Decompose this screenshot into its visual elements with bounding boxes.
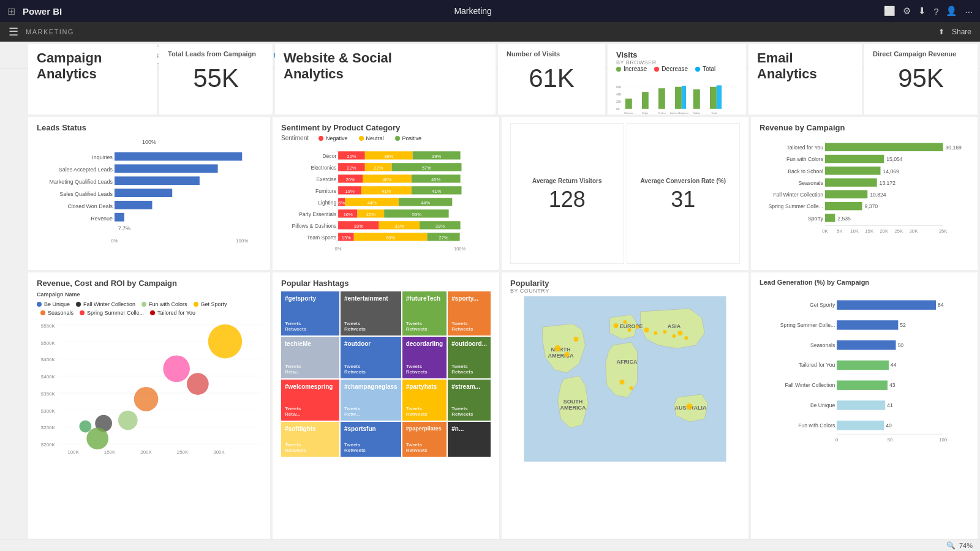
user-icon[interactable]: 👤 — [946, 6, 957, 17]
svg-text:Internet Explorer: Internet Explorer — [670, 111, 690, 114]
svg-text:0%: 0% — [111, 238, 118, 244]
svg-text:0: 0 — [835, 437, 838, 443]
hashtag-futuretech[interactable]: #futureTech TweetsRetweets — [402, 291, 447, 335]
svg-rect-24 — [115, 152, 242, 161]
svg-text:7.7%: 7.7% — [118, 225, 130, 231]
svg-text:22%: 22% — [366, 212, 375, 217]
settings-icon[interactable]: ⚙ — [903, 6, 911, 17]
website-social-card: Website & Social Analytics — [275, 44, 496, 114]
svg-text:Total: Total — [711, 111, 717, 114]
leads-status-title: Leads Status — [37, 123, 262, 132]
hashtag-entertainment[interactable]: #entertainment TweetsRetweets — [341, 291, 401, 335]
direct-campaign-value: 95K — [873, 64, 969, 93]
svg-text:40%: 40% — [431, 177, 440, 182]
svg-text:35K: 35K — [939, 228, 948, 234]
grid-icon[interactable]: ⊞ — [7, 6, 15, 17]
svg-text:50: 50 — [888, 437, 893, 443]
svg-text:Get Sporty: Get Sporty — [810, 302, 835, 308]
svg-text:$450K: $450K — [41, 357, 56, 362]
row-2: Leads Status 100% Inquiries Sales Accept… — [28, 117, 978, 270]
total-leads-value: 55K — [168, 64, 264, 93]
svg-text:22%: 22% — [374, 165, 383, 171]
svg-text:Tailored for You: Tailored for You — [786, 144, 823, 151]
hashtag-sporty[interactable]: #sporty... TweetsRetweets — [448, 291, 491, 335]
svg-text:41%: 41% — [432, 189, 441, 194]
svg-text:Spring Summer Colle...: Spring Summer Colle... — [780, 322, 835, 328]
svg-rect-17 — [693, 89, 700, 109]
sentiment-card: Sentiment by Product Category Sentiment … — [273, 117, 499, 270]
svg-rect-182 — [837, 300, 936, 309]
svg-text:AMERICA: AMERICA — [548, 353, 574, 359]
svg-text:100%: 100% — [142, 139, 156, 145]
hashtag-partyhats[interactable]: #partyhats TweetsRetweets — [402, 380, 447, 421]
svg-text:0K: 0K — [822, 228, 828, 234]
svg-text:Fun with Colors: Fun with Colors — [798, 422, 835, 429]
svg-point-154 — [86, 427, 108, 449]
hashtag-stream[interactable]: #stream... TweetsRetweets — [448, 380, 491, 421]
svg-point-177 — [685, 336, 688, 340]
hashtag-getsporty[interactable]: #getsporty TweetsRetweets — [281, 291, 339, 335]
svg-text:Electronics: Electronics — [311, 165, 336, 171]
help-icon[interactable]: ? — [933, 6, 938, 17]
menu-icon[interactable]: ☰ — [9, 25, 18, 39]
svg-text:2,535: 2,535 — [837, 216, 851, 222]
svg-text:44: 44 — [891, 362, 897, 368]
hashtag-softlights[interactable]: #softlights TweetsRetweets — [281, 422, 339, 457]
svg-rect-194 — [837, 380, 888, 389]
svg-rect-191 — [837, 361, 889, 370]
svg-rect-188 — [837, 340, 895, 350]
popularity-title: Popularity — [510, 279, 740, 288]
hashtag-n[interactable]: #n... — [448, 422, 491, 457]
section-label: MARKETING — [26, 28, 931, 36]
svg-text:41: 41 — [887, 402, 893, 408]
svg-point-148 — [208, 324, 243, 359]
svg-text:20K: 20K — [616, 100, 622, 103]
zoom-level: 74% — [959, 542, 973, 549]
page-title: Marketing — [69, 6, 876, 16]
hashtag-champagneglass[interactable]: #champagneglass TweetsRetw... — [341, 380, 401, 421]
hashtag-welcomespring[interactable]: #welcomespring TweetsRetw... — [281, 380, 339, 421]
svg-text:44%: 44% — [421, 200, 430, 206]
hashtag-decordarling[interactable]: decordarling TweetsRetweets — [402, 337, 447, 378]
svg-point-149 — [163, 355, 190, 382]
svg-text:Exercise: Exercise — [316, 176, 336, 182]
svg-text:Seasonals: Seasonals — [810, 342, 835, 348]
svg-text:250K: 250K — [177, 449, 189, 454]
svg-point-176 — [678, 331, 683, 335]
avg-return-value: 128 — [549, 187, 586, 212]
num-visits-card: Number of Visits 61K — [498, 44, 605, 114]
svg-point-170 — [628, 328, 631, 332]
visits-avg-card: Average Return Visitors 128 Average Conv… — [502, 117, 748, 270]
svg-rect-28 — [115, 176, 200, 185]
direct-campaign-card: Direct Campaign Revenue 95K — [864, 44, 978, 114]
hashtag-paperpilates[interactable]: #paperpilates TweetsRetweets — [402, 422, 447, 457]
svg-text:Marketing Qualified Leads: Marketing Qualified Leads — [50, 179, 113, 185]
zoom-icon: 🔍 — [946, 541, 956, 550]
svg-point-174 — [663, 330, 667, 334]
hashtag-sportsfun[interactable]: #sportsfun TweetsRetweets — [341, 422, 401, 457]
svg-text:30,169: 30,169 — [945, 144, 962, 151]
share-button[interactable]: Share — [952, 28, 971, 36]
svg-text:100%: 100% — [236, 238, 248, 244]
svg-text:NORTH: NORTH — [551, 347, 571, 353]
revenue-campaign-chart: Tailored for You 30,169 Fun with Colors … — [760, 136, 969, 264]
rev-cost-roi-title: Revenue, Cost and ROI by Campaign — [37, 279, 262, 288]
svg-text:22%: 22% — [347, 154, 356, 159]
svg-rect-34 — [115, 213, 124, 222]
svg-text:$200K: $200K — [41, 442, 56, 448]
download-icon[interactable]: ⬇ — [918, 6, 926, 17]
sentiment-legend: Sentiment Negative Neutral Positive — [281, 135, 491, 141]
svg-text:13%: 13% — [342, 235, 351, 241]
more-icon[interactable]: ··· — [965, 6, 973, 17]
hashtag-techiMe[interactable]: techieMe TweetsRetw... — [281, 337, 339, 378]
hashtag-outdoor[interactable]: #outdoor TweetsRetweets — [341, 337, 401, 378]
row-1: Campaign Analytics Total Leads from Camp… — [28, 44, 978, 114]
display-icon[interactable]: ⬜ — [884, 6, 895, 17]
popular-hashtags-title: Popular Hashtags — [281, 279, 491, 288]
svg-text:Fall Winter Collection: Fall Winter Collection — [773, 192, 823, 198]
svg-rect-115 — [825, 214, 835, 222]
svg-rect-12 — [658, 88, 665, 109]
svg-point-168 — [614, 323, 619, 328]
hashtag-outdoord[interactable]: #outdoord... TweetsRetweets — [448, 337, 491, 378]
sentiment-chart: Décor 22% 39% 39% Electronics 22% 22% 57… — [281, 144, 491, 257]
